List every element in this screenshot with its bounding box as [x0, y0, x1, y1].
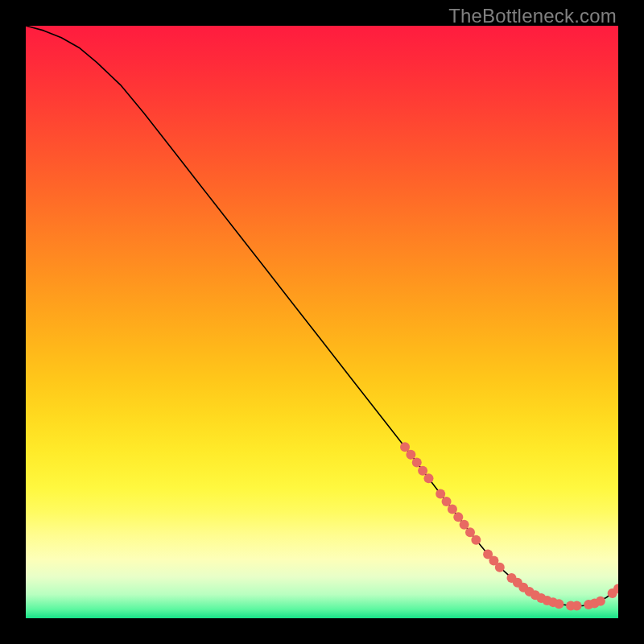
marker-dot	[554, 599, 564, 609]
marker-dot	[453, 512, 463, 522]
marker-dot	[436, 489, 445, 498]
marker-dot	[406, 450, 415, 460]
marker-dot	[418, 466, 427, 476]
marker-dot	[572, 601, 581, 611]
marker-dot	[471, 535, 481, 545]
marker-dot	[442, 497, 452, 506]
marker-dot	[460, 520, 469, 530]
marker-dot	[495, 563, 505, 572]
plot-area	[26, 26, 618, 618]
gradient-background	[26, 26, 618, 618]
watermark-text: TheBottleneck.com	[448, 5, 617, 27]
marker-dot	[448, 505, 457, 514]
marker-dot	[400, 442, 410, 452]
marker-dot	[465, 527, 475, 537]
chart-stage: TheBottleneck.com	[0, 0, 644, 644]
marker-dot	[596, 597, 605, 606]
marker-dot	[412, 457, 422, 467]
marker-dot	[423, 473, 433, 483]
chart-svg	[26, 26, 618, 618]
